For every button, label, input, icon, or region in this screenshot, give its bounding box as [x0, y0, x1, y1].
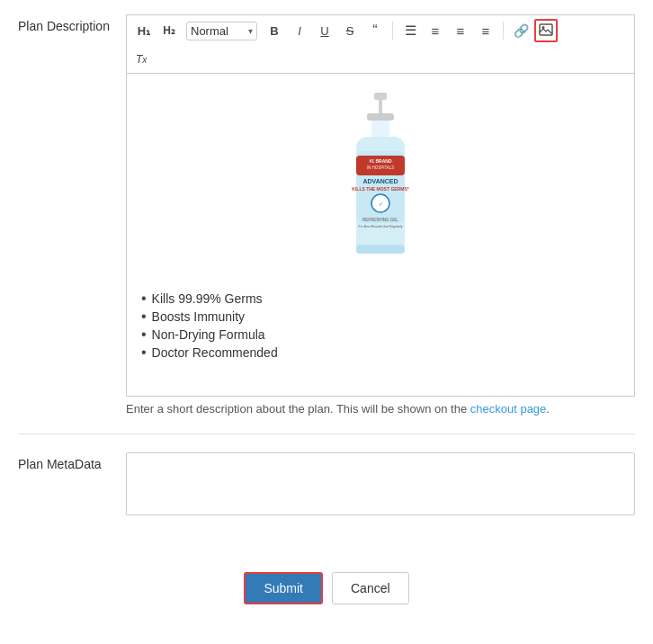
align-right-icon: ≡	[482, 23, 490, 39]
link-button[interactable]: 🔗	[509, 19, 532, 42]
align-right-button[interactable]: ≡	[474, 19, 497, 42]
svg-rect-4	[367, 113, 394, 121]
toolbar-divider-2	[503, 22, 504, 40]
clear-format-icon: x	[142, 55, 147, 65]
svg-text:REFRESHING GEL: REFRESHING GEL	[362, 218, 398, 222]
feature-list: Kills 99.99% Germs Boosts Immunity Non-D…	[141, 291, 620, 360]
toolbar-divider-1	[392, 22, 393, 40]
align-left-button[interactable]: ≡	[449, 19, 472, 42]
unordered-list-button[interactable]: ≡	[424, 19, 447, 42]
svg-rect-17	[356, 245, 405, 254]
product-image-wrapper: #1 BRAND IN HOSPITALS ADVANCED KILLS THE…	[141, 88, 620, 277]
plan-metadata-row: Plan MetaData	[18, 452, 635, 536]
plan-metadata-control	[126, 452, 635, 518]
ordered-list-icon: ☰	[405, 22, 416, 39]
h1-button[interactable]: H₁	[132, 19, 156, 42]
list-item: Doctor Recommended	[141, 345, 620, 360]
unordered-list-icon: ≡	[432, 23, 440, 39]
quote-icon: “	[372, 22, 377, 39]
italic-icon: I	[298, 24, 301, 38]
plan-description-editor: H₁ H₂ Normal Heading 1 Heading 2 Heading…	[126, 14, 635, 416]
plan-description-label: Plan Description	[18, 14, 126, 36]
format-select-wrapper: Normal Heading 1 Heading 2 Heading 3 ▾	[186, 22, 257, 40]
image-icon	[539, 23, 553, 39]
italic-button[interactable]: I	[288, 19, 311, 42]
plan-metadata-textarea[interactable]	[126, 452, 635, 515]
clear-format-button[interactable]: Tx	[132, 48, 150, 71]
strikethrough-button[interactable]: S	[338, 19, 362, 42]
editor-toolbar-row2: Tx	[126, 46, 635, 73]
editor-toolbar-row1: H₁ H₂ Normal Heading 1 Heading 2 Heading…	[126, 14, 635, 46]
helper-text: Enter a short description about the plan…	[126, 402, 635, 416]
link-icon: 🔗	[514, 23, 529, 38]
image-button[interactable]	[534, 19, 558, 42]
list-item: Boosts Immunity	[141, 309, 620, 324]
svg-text:ADVANCED: ADVANCED	[362, 178, 398, 184]
underline-button[interactable]: U	[313, 19, 336, 42]
svg-rect-0	[540, 24, 552, 35]
list-item: Non-Drying Formula	[141, 327, 620, 342]
format-select[interactable]: Normal Heading 1 Heading 2 Heading 3	[191, 24, 248, 38]
svg-rect-5	[371, 121, 389, 137]
quote-button[interactable]: “	[363, 19, 387, 42]
bold-button[interactable]: B	[263, 19, 286, 42]
cancel-button[interactable]: Cancel	[332, 572, 409, 604]
button-row: Submit Cancel	[18, 558, 635, 604]
plan-description-row: Plan Description H₁ H₂ Normal Heading 1 …	[18, 14, 635, 434]
align-left-icon: ≡	[457, 23, 465, 39]
editor-content-area[interactable]: #1 BRAND IN HOSPITALS ADVANCED KILLS THE…	[126, 73, 635, 397]
svg-text:For Best Results Use Regularly: For Best Results Use Regularly	[359, 225, 403, 228]
svg-rect-2	[374, 93, 387, 100]
list-item: Kills 99.99% Germs	[141, 291, 620, 306]
bold-icon: B	[270, 24, 278, 38]
chevron-down-icon: ▾	[248, 26, 253, 36]
svg-text:✓: ✓	[379, 201, 383, 207]
strikethrough-icon: S	[346, 24, 354, 38]
svg-text:IN HOSPITALS: IN HOSPITALS	[367, 165, 395, 170]
ordered-list-button[interactable]: ☰	[398, 19, 422, 42]
product-image: #1 BRAND IN HOSPITALS ADVANCED KILLS THE…	[322, 88, 439, 277]
svg-text:KILLS THE MOST GERMS*: KILLS THE MOST GERMS*	[352, 186, 408, 192]
h2-button[interactable]: H₂	[157, 19, 181, 42]
plan-metadata-label: Plan MetaData	[18, 452, 126, 474]
submit-button[interactable]: Submit	[244, 572, 323, 604]
svg-text:#1 BRAND: #1 BRAND	[369, 158, 391, 164]
underline-icon: U	[320, 24, 328, 38]
